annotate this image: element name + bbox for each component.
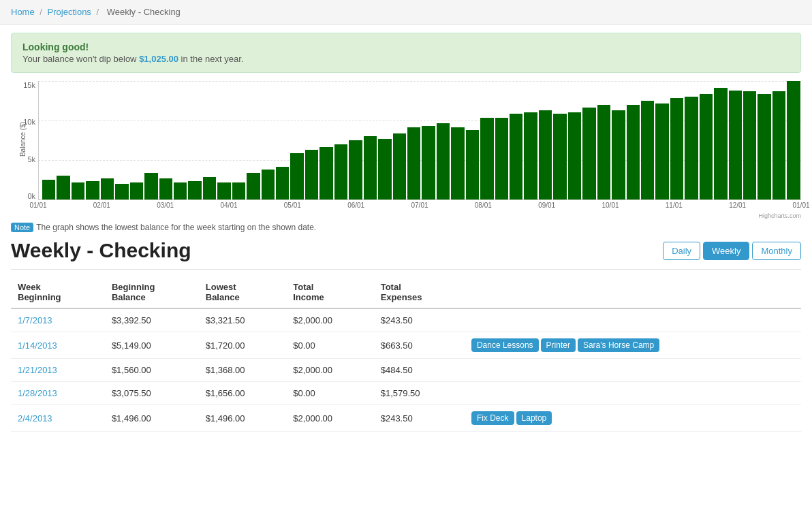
chart-bar — [72, 182, 84, 199]
chart-bar — [480, 118, 493, 199]
chart-bar — [422, 126, 435, 199]
cell-beginning-balance: $5,149.00 — [105, 332, 199, 359]
chart-bar — [787, 81, 800, 199]
tag-button[interactable]: Laptop — [516, 411, 552, 425]
x-label: 09/01 — [538, 202, 555, 209]
chart-bar — [597, 105, 610, 199]
chart-bar — [685, 97, 698, 199]
cell-total-expenses: $484.50 — [374, 359, 465, 382]
x-label: 12/01 — [729, 202, 746, 209]
chart-bar — [612, 110, 625, 199]
alert-text: Your balance won't dip below — [22, 54, 139, 64]
x-label: 06/01 — [347, 202, 364, 209]
col-lowest: LowestBalance — [199, 276, 286, 308]
col-beginning: BeginningBalance — [105, 276, 199, 308]
view-buttons: Daily Weekly Monthly — [663, 242, 801, 260]
table-header: WeekBeginning BeginningBalance LowestBal… — [11, 276, 801, 308]
y-label-0k: 0k — [27, 192, 35, 200]
chart-bar — [57, 176, 69, 199]
chart-bar — [407, 127, 420, 199]
x-label: 08/01 — [475, 202, 492, 209]
cell-total-income: $0.00 — [286, 382, 373, 405]
chart-bar — [262, 170, 275, 199]
cell-date[interactable]: 1/7/2013 — [11, 308, 105, 332]
chart-credit: Highcharts.com — [11, 212, 801, 219]
table-row: 1/14/2013$5,149.00$1,720.00$0.00$663.50D… — [11, 332, 801, 359]
chart-bar — [247, 173, 260, 199]
y-axis-labels: 15k 10k 5k 0k — [11, 81, 38, 200]
cell-total-expenses: $663.50 — [374, 332, 465, 359]
page-title: Weekly - Checking — [11, 239, 191, 262]
x-label: 04/01 — [220, 202, 237, 209]
breadcrumb-sep2: / — [96, 7, 101, 17]
alert-suffix: in the next year. — [178, 54, 243, 64]
x-label: 01/01 — [29, 202, 46, 209]
chart-bar — [159, 178, 172, 199]
x-label: 07/01 — [411, 202, 428, 209]
breadcrumb: Home / Projections / Weekly - Checking — [0, 0, 812, 25]
chart-bar — [772, 91, 785, 199]
chart-bar — [319, 147, 332, 199]
chart-bar — [539, 110, 552, 199]
chart-bar — [188, 181, 201, 199]
note-bar: NoteThe graph shows the lowest balance f… — [11, 223, 801, 232]
projection-table: WeekBeginning BeginningBalance LowestBal… — [11, 276, 801, 432]
section-header: Weekly - Checking Daily Weekly Monthly — [11, 239, 801, 262]
chart-bar — [758, 94, 770, 199]
cell-beginning-balance: $3,392.50 — [105, 308, 199, 332]
y-label-5k: 5k — [27, 155, 35, 163]
chart-bar — [655, 103, 668, 199]
weekly-button[interactable]: Weekly — [703, 242, 749, 260]
chart-bar — [451, 127, 464, 199]
cell-tags: Fix DeckLaptop — [465, 405, 801, 432]
cell-lowest-balance: $1,496.00 — [199, 405, 286, 432]
chart-bar — [334, 144, 347, 199]
breadcrumb-projections[interactable]: Projections — [48, 7, 91, 17]
chart-bar — [86, 181, 99, 199]
x-label: 10/01 — [602, 202, 619, 209]
chart-bar — [524, 112, 537, 199]
monthly-button[interactable]: Monthly — [752, 242, 801, 260]
chart-bar — [714, 88, 727, 199]
table-body: 1/7/2013$3,392.50$3,321.50$2,000.00$243.… — [11, 308, 801, 432]
chart-bar — [305, 150, 318, 199]
chart-bar — [378, 139, 391, 199]
cell-date[interactable]: 1/14/2013 — [11, 332, 105, 359]
chart-bar — [568, 112, 581, 199]
table-row: 1/21/2013$1,560.00$1,368.00$2,000.00$484… — [11, 359, 801, 382]
cell-beginning-balance: $3,075.50 — [105, 382, 199, 405]
chart-bar — [627, 105, 640, 199]
daily-button[interactable]: Daily — [663, 242, 700, 260]
tag-button[interactable]: Printer — [541, 338, 576, 352]
cell-lowest-balance: $1,368.00 — [199, 359, 286, 382]
cell-total-expenses: $243.50 — [374, 405, 465, 432]
note-badge: Note — [11, 223, 33, 232]
chart-bar — [290, 153, 303, 199]
chart-bar — [743, 91, 756, 199]
chart-x-labels: 01/0102/0103/0104/0105/0106/0107/0108/01… — [38, 200, 801, 211]
col-week: WeekBeginning — [11, 276, 105, 308]
cell-total-expenses: $1,579.50 — [374, 382, 465, 405]
tag-button[interactable]: Dance Lessons — [471, 338, 539, 352]
chart-bar — [729, 91, 742, 199]
cell-date[interactable]: 2/4/2013 — [11, 405, 105, 432]
cell-date[interactable]: 1/28/2013 — [11, 382, 105, 405]
cell-total-income: $0.00 — [286, 332, 373, 359]
cell-tags — [465, 382, 801, 405]
tag-button[interactable]: Fix Deck — [471, 411, 514, 425]
x-label: 01/01 — [792, 202, 809, 209]
cell-beginning-balance: $1,496.00 — [105, 405, 199, 432]
tag-button[interactable]: Sara's Horse Camp — [578, 338, 659, 352]
chart-bar — [101, 178, 114, 199]
chart-bar — [232, 182, 245, 199]
chart-bar — [203, 177, 216, 199]
chart-bars — [38, 81, 801, 200]
breadcrumb-home[interactable]: Home — [11, 7, 35, 17]
cell-tags — [465, 308, 801, 332]
chart-bar — [217, 182, 230, 199]
section-divider — [11, 269, 801, 270]
chart-bar — [670, 98, 683, 199]
cell-total-income: $2,000.00 — [286, 308, 373, 332]
cell-date[interactable]: 1/21/2013 — [11, 359, 105, 382]
x-label: 03/01 — [157, 202, 174, 209]
